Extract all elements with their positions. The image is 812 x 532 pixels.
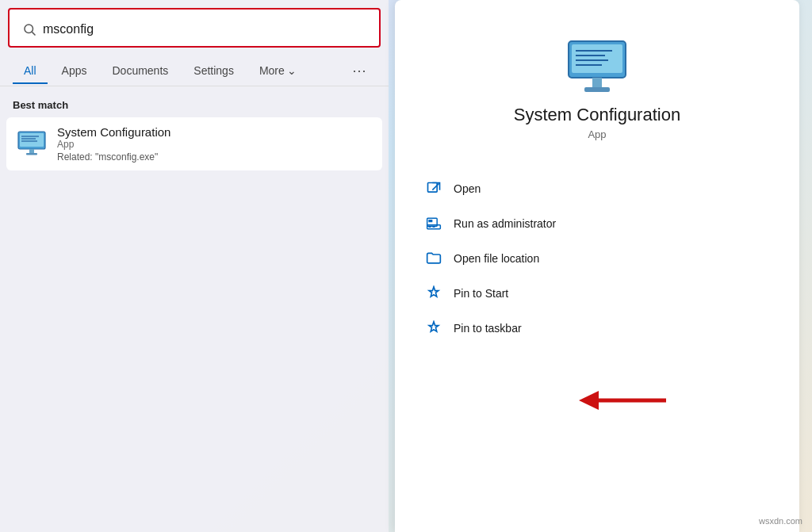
action-open-label: Open xyxy=(454,182,481,195)
svg-rect-15 xyxy=(592,78,602,87)
more-options-button[interactable]: ⋯ xyxy=(343,55,376,86)
detail-actions: Open Run as administrator xyxy=(395,156,799,361)
svg-rect-3 xyxy=(20,133,44,147)
svg-line-18 xyxy=(432,183,439,190)
action-file-location-label: Open file location xyxy=(454,252,539,265)
best-match-label: Best match xyxy=(0,86,389,117)
watermark: wsxdn.com xyxy=(759,516,802,526)
svg-rect-16 xyxy=(584,87,610,92)
action-pin-start[interactable]: Pin to Start xyxy=(419,277,776,310)
detail-app-name: System Configuration xyxy=(514,105,680,125)
pin-taskbar-icon xyxy=(425,320,442,337)
result-subtitle: App xyxy=(57,139,170,150)
folder-icon xyxy=(425,250,442,267)
detail-header: System Configuration App xyxy=(395,0,799,156)
svg-rect-8 xyxy=(26,153,37,155)
pin-icon xyxy=(425,285,442,302)
svg-rect-7 xyxy=(29,149,34,153)
action-open[interactable]: Open xyxy=(419,172,776,205)
tab-documents[interactable]: Documents xyxy=(101,58,179,83)
svg-rect-23 xyxy=(432,226,435,228)
search-panel: All Apps Documents Settings More ⌄ ⋯ Bes… xyxy=(0,0,389,532)
detail-app-type: App xyxy=(588,128,606,140)
tab-apps[interactable]: Apps xyxy=(51,58,98,83)
run-admin-icon xyxy=(425,215,442,232)
search-result-item[interactable]: System Configuration App Related: "mscon… xyxy=(6,117,382,170)
action-open-file-location[interactable]: Open file location xyxy=(419,242,776,275)
action-pin-taskbar[interactable]: Pin to taskbar xyxy=(419,312,776,345)
result-title: System Configuration xyxy=(57,125,170,139)
detail-panel: System Configuration App Open xyxy=(395,0,799,532)
svg-point-0 xyxy=(25,25,33,33)
action-pin-taskbar-label: Pin to taskbar xyxy=(454,322,522,335)
result-related: Related: "msconfig.exe" xyxy=(57,151,170,163)
result-app-icon xyxy=(16,128,48,160)
search-input[interactable] xyxy=(43,22,366,36)
search-tabs: All Apps Documents Settings More ⌄ ⋯ xyxy=(0,55,389,86)
search-box-wrapper xyxy=(8,8,381,48)
tab-settings[interactable]: Settings xyxy=(182,58,245,83)
open-icon xyxy=(425,180,442,197)
detail-app-icon xyxy=(565,40,629,97)
svg-rect-10 xyxy=(572,44,622,73)
search-icon xyxy=(22,22,36,36)
tab-all[interactable]: All xyxy=(13,58,48,83)
action-run-admin[interactable]: Run as administrator xyxy=(419,207,776,240)
svg-line-1 xyxy=(32,32,35,35)
action-pin-start-label: Pin to Start xyxy=(454,287,508,300)
tab-more[interactable]: More ⌄ xyxy=(248,58,308,83)
svg-rect-20 xyxy=(428,220,432,222)
chevron-down-icon: ⌄ xyxy=(287,64,297,77)
action-run-admin-label: Run as administrator xyxy=(454,217,556,230)
svg-rect-22 xyxy=(428,226,431,228)
